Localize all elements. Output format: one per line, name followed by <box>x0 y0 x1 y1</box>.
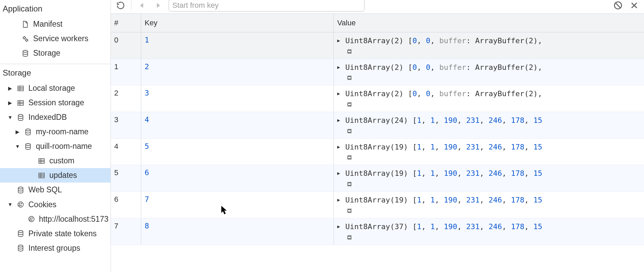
sidebar-item-storage[interactable]: Storage <box>0 46 110 60</box>
column-header-value[interactable]: Value <box>334 14 644 32</box>
table-row[interactable]: 12▶Uint8Array(2) [0, 0, buffer: ArrayBuf… <box>111 59 644 86</box>
sidebar-item-service-workers[interactable]: Service workers <box>0 31 110 46</box>
sidebar-item-indexeddb[interactable]: ▼IndexedDB <box>0 110 110 125</box>
cell-value[interactable]: ▶Uint8Array(2) [0, 0, buffer: ArrayBuffe… <box>334 59 644 85</box>
svg-point-23 <box>18 202 23 207</box>
expand-triangle-icon[interactable]: ▶ <box>337 144 342 149</box>
clear-objectstore-button[interactable] <box>612 0 624 11</box>
cell-value[interactable]: ▶Uint8Array(37) [1, 1, 190, 231, 246, 17… <box>334 218 644 245</box>
expand-triangle-icon[interactable]: ▶ <box>337 117 342 123</box>
storage-section-tree: ▶Local storage▶Session storage▼IndexedDB… <box>0 80 110 255</box>
table-row[interactable]: 34▶Uint8Array(24) [1, 1, 190, 231, 246, … <box>111 112 644 139</box>
sidebar-item-local-storage[interactable]: ▶Local storage <box>0 81 110 96</box>
delete-selected-button[interactable] <box>628 0 640 11</box>
expand-triangle-icon[interactable]: ▶ <box>337 224 342 229</box>
section-storage-title: Storage <box>0 64 110 80</box>
column-header-key[interactable]: Key <box>141 14 334 32</box>
sidebar-item-label: Manifest <box>33 19 63 29</box>
sidebar-item-label: quill-room-name <box>36 141 92 152</box>
table-row[interactable]: 78▶Uint8Array(37) [1, 1, 190, 231, 246, … <box>111 218 644 245</box>
db-icon <box>21 49 30 58</box>
sidebar-item-web-sql[interactable]: Web SQL <box>0 183 110 197</box>
table-row[interactable]: 45▶Uint8Array(19) [1, 1, 190, 231, 246, … <box>111 139 644 165</box>
cell-index: 7 <box>111 218 141 245</box>
table-body: 01▶Uint8Array(2) [0, 0, buffer: ArrayBuf… <box>111 32 644 272</box>
sidebar-item-http-localhost-5173[interactable]: http://localhost:5173 <box>0 212 110 226</box>
arraybuffer-chip-icon <box>345 207 542 215</box>
svg-point-11 <box>18 114 23 116</box>
sidebar-item-custom[interactable]: custom <box>0 154 110 168</box>
cell-key: 8 <box>141 218 334 245</box>
svg-point-28 <box>29 216 34 222</box>
expand-triangle-icon[interactable]: ▶ <box>337 197 342 202</box>
cell-key: 3 <box>141 85 334 112</box>
cell-key: 7 <box>141 192 334 218</box>
sidebar-item-quill-room-name[interactable]: ▼quill-room-name <box>0 139 110 154</box>
svg-point-33 <box>18 230 23 233</box>
chevron-down-icon[interactable]: ▼ <box>15 143 20 150</box>
db-icon <box>16 113 25 122</box>
sidebar-item-manifest[interactable]: Manifest <box>0 17 110 31</box>
chevron-down-icon[interactable]: ▼ <box>7 201 13 208</box>
application-section-tree: ManifestService workersStorage <box>0 16 110 60</box>
gears-icon <box>21 34 30 43</box>
cell-value[interactable]: ▶Uint8Array(24) [1, 1, 190, 231, 246, 17… <box>334 112 644 138</box>
sidebar-item-label: Web SQL <box>28 185 62 195</box>
sidebar-item-interest-groups[interactable]: Interest groups <box>0 241 110 255</box>
expand-triangle-icon[interactable]: ▶ <box>337 91 342 96</box>
next-page-button[interactable] <box>152 0 164 11</box>
cell-value[interactable]: ▶Uint8Array(19) [1, 1, 190, 231, 246, 17… <box>334 192 644 218</box>
chevron-right-icon[interactable]: ▶ <box>7 100 13 106</box>
cell-index: 6 <box>111 192 141 218</box>
cookie-icon <box>27 215 35 223</box>
svg-line-36 <box>616 3 620 8</box>
value-preview: Uint8Array(37) [1, 1, 190, 231, 246, 178… <box>345 222 542 241</box>
cell-value[interactable]: ▶Uint8Array(19) [1, 1, 190, 231, 246, 17… <box>334 165 644 191</box>
sidebar-item-my-room-name[interactable]: ▶my-room-name <box>0 125 110 139</box>
refresh-button[interactable] <box>115 0 126 11</box>
sidebar-item-label: Service workers <box>33 33 89 44</box>
table-row[interactable]: 67▶Uint8Array(19) [1, 1, 190, 231, 246, … <box>111 192 644 218</box>
file-icon <box>21 20 30 29</box>
cell-value[interactable]: ▶Uint8Array(2) [0, 0, buffer: ArrayBuffe… <box>334 85 644 112</box>
table-icon <box>37 171 46 180</box>
table-row[interactable]: 01▶Uint8Array(2) [0, 0, buffer: ArrayBuf… <box>111 32 644 59</box>
expand-triangle-icon[interactable]: ▶ <box>337 38 342 43</box>
db-icon <box>24 142 32 151</box>
svg-point-29 <box>30 218 31 219</box>
value-preview: Uint8Array(19) [1, 1, 190, 231, 246, 178… <box>345 142 542 162</box>
column-header-index[interactable]: # <box>111 14 141 32</box>
refresh-icon <box>116 1 125 10</box>
cell-value[interactable]: ▶Uint8Array(2) [0, 0, buffer: ArrayBuffe… <box>334 32 644 59</box>
table-row[interactable]: 56▶Uint8Array(19) [1, 1, 190, 231, 246, … <box>111 165 644 192</box>
svg-rect-18 <box>39 173 44 178</box>
sidebar-item-label: updates <box>49 170 77 181</box>
sidebar-item-session-storage[interactable]: ▶Session storage <box>0 96 110 110</box>
db-icon <box>16 244 25 252</box>
cell-index: 5 <box>111 165 141 191</box>
chevron-right-icon[interactable]: ▶ <box>15 129 20 135</box>
sidebar-item-label: Private state tokens <box>28 228 97 239</box>
cell-index: 0 <box>111 32 141 59</box>
start-from-key-input[interactable] <box>169 0 365 11</box>
svg-rect-102 <box>348 236 351 239</box>
sidebar-item-label: http://localhost:5173 <box>39 214 108 224</box>
db-icon <box>24 128 32 136</box>
expand-triangle-icon[interactable]: ▶ <box>337 170 342 176</box>
sidebar-item-updates[interactable]: updates <box>0 168 110 183</box>
chevron-right-icon[interactable]: ▶ <box>7 85 13 92</box>
svg-rect-48 <box>348 77 351 79</box>
cell-value[interactable]: ▶Uint8Array(19) [1, 1, 190, 231, 246, 17… <box>334 139 644 165</box>
sidebar-item-label: IndexedDB <box>28 112 67 123</box>
svg-point-30 <box>32 218 32 218</box>
sidebar-item-private-state-tokens[interactable]: Private state tokens <box>0 226 110 241</box>
table-row[interactable]: 23▶Uint8Array(2) [0, 0, buffer: ArrayBuf… <box>111 85 644 112</box>
chevron-down-icon[interactable]: ▼ <box>7 114 13 121</box>
svg-point-24 <box>19 203 20 204</box>
sidebar-item-cookies[interactable]: ▼Cookies <box>0 197 110 212</box>
svg-point-2 <box>23 50 28 52</box>
sidebar-item-label: Cookies <box>28 199 56 210</box>
expand-triangle-icon[interactable]: ▶ <box>337 64 342 70</box>
prev-page-button[interactable] <box>136 0 148 11</box>
no-entry-icon <box>613 1 623 10</box>
